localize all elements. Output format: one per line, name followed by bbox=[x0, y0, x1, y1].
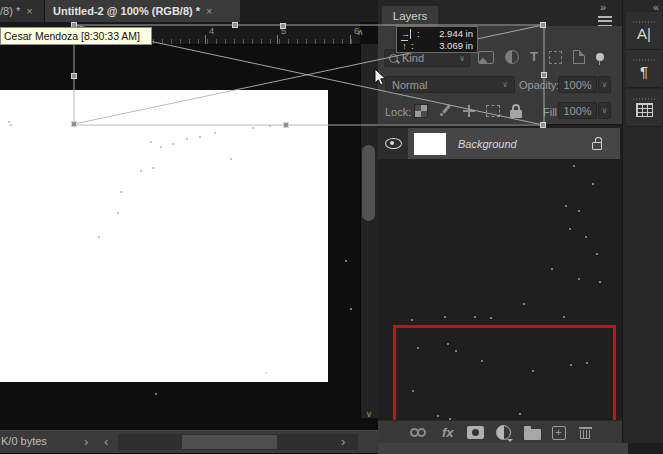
lock-artboard-icon[interactable] bbox=[486, 105, 500, 117]
noise-dot bbox=[578, 210, 580, 212]
opacity-label: Opacity: bbox=[519, 79, 559, 91]
noise-dot bbox=[160, 146, 162, 148]
paragraph-panel-icon: ¶ bbox=[640, 64, 648, 79]
document-tab-active[interactable]: Untitled-2 @ 100% (RGB/8) *× bbox=[45, 0, 240, 22]
table-panel-button[interactable] bbox=[626, 89, 662, 127]
filter-type-layers-icon[interactable]: T bbox=[530, 51, 538, 63]
scroll-right-icon[interactable]: › bbox=[341, 434, 345, 449]
ruler-major-tick bbox=[205, 35, 206, 44]
photoshop-window: /8) *× Untitled-2 @ 100% (RGB/8) *× 456 … bbox=[0, 0, 663, 454]
scroll-left-icon[interactable]: ‹ bbox=[104, 434, 108, 449]
table-panel-icon bbox=[636, 103, 653, 117]
noise-dot bbox=[455, 350, 457, 352]
horizontal-scrollbar-thumb[interactable] bbox=[182, 435, 277, 449]
filter-pixel-layers-icon[interactable] bbox=[478, 51, 494, 64]
lock-pixels-icon[interactable] bbox=[438, 104, 452, 118]
noise-dot bbox=[140, 170, 142, 172]
lock-position-icon[interactable] bbox=[462, 104, 476, 118]
noise-dot bbox=[412, 390, 414, 392]
chevron-down-icon: ∨ bbox=[602, 106, 608, 115]
noise-dot bbox=[585, 236, 587, 238]
separator: : bbox=[417, 28, 420, 39]
noise-dot bbox=[252, 127, 254, 129]
noise-dot bbox=[599, 281, 601, 283]
noise-dot bbox=[98, 236, 100, 238]
paragraph-panel-button[interactable]: ¶ bbox=[626, 50, 662, 88]
drag-grip-icon bbox=[633, 98, 655, 100]
panel-menu-icon[interactable] bbox=[598, 16, 612, 26]
fill-value: 100% bbox=[563, 105, 591, 117]
fill-scrubber[interactable]: ∨ bbox=[598, 102, 611, 119]
filter-adjustment-layers-icon[interactable] bbox=[505, 50, 519, 64]
filter-smart-objects-icon[interactable] bbox=[573, 50, 585, 64]
document-tab-partial[interactable]: /8) *× bbox=[0, 0, 45, 22]
noise-dot bbox=[230, 158, 232, 160]
vertical-scrollbar-thumb[interactable] bbox=[362, 145, 375, 221]
add-layer-mask-icon[interactable] bbox=[467, 426, 484, 439]
layer-effects-icon[interactable]: fx bbox=[442, 425, 454, 440]
fill-input[interactable]: 100% bbox=[558, 102, 597, 119]
ruler-number: 5 bbox=[281, 25, 286, 36]
noise-dot bbox=[265, 372, 267, 374]
tab-layers[interactable]: Layers bbox=[382, 6, 438, 26]
noise-dot bbox=[592, 183, 594, 185]
ruler-number: 4 bbox=[209, 25, 214, 36]
noise-dot bbox=[8, 121, 10, 123]
transform-y-row: ↑ : 3.069 in bbox=[401, 40, 473, 51]
drag-grip-icon bbox=[633, 21, 655, 23]
noise-dot bbox=[199, 136, 201, 138]
lock-transparency-icon[interactable] bbox=[414, 104, 428, 118]
noise-dot bbox=[411, 319, 413, 321]
scroll-down-icon[interactable]: ∨ bbox=[360, 407, 378, 423]
noise-dot bbox=[596, 253, 598, 255]
new-adjustment-layer-icon[interactable] bbox=[496, 425, 511, 440]
opacity-scrubber[interactable]: ∨ bbox=[598, 76, 611, 93]
lock-icon bbox=[592, 137, 604, 151]
dock-bottom-strip bbox=[628, 443, 663, 454]
tab-label: Untitled-2 @ 100% (RGB/8) * bbox=[53, 5, 200, 17]
lock-label: Lock: bbox=[385, 106, 411, 118]
noise-dot bbox=[214, 132, 216, 134]
noise-dot bbox=[523, 303, 525, 305]
layer-row-background[interactable]: Background bbox=[408, 128, 620, 159]
new-group-icon[interactable] bbox=[524, 429, 541, 440]
noise-dot bbox=[474, 316, 476, 318]
new-layer-icon[interactable]: + bbox=[552, 426, 566, 440]
noise-dot bbox=[563, 316, 565, 318]
x-position-value: 2.944 in bbox=[439, 28, 473, 39]
character-panel-button[interactable]: A| bbox=[626, 12, 662, 50]
layer-name: Background bbox=[458, 138, 517, 150]
link-layers-icon[interactable] bbox=[410, 428, 428, 438]
layers-panel-header: Layers » bbox=[378, 0, 622, 26]
ruler-caret-icon: ∧ bbox=[357, 27, 364, 37]
filter-toggle-icon[interactable] bbox=[596, 53, 604, 61]
panel-bottom-strip bbox=[378, 443, 628, 454]
noise-dot bbox=[155, 393, 157, 395]
noise-dot bbox=[551, 268, 553, 270]
close-icon[interactable]: × bbox=[26, 5, 32, 17]
collapse-panel-icon[interactable]: » bbox=[600, 1, 606, 13]
transform-x-row: → : 2.944 in bbox=[401, 28, 473, 39]
noise-dot bbox=[417, 347, 419, 349]
separator: : bbox=[411, 40, 414, 51]
delete-layer-icon[interactable] bbox=[579, 425, 592, 440]
layer-visibility-toggle[interactable] bbox=[378, 128, 408, 159]
noise-dot bbox=[345, 260, 347, 262]
noise-dot bbox=[350, 308, 352, 310]
close-icon[interactable]: × bbox=[206, 5, 212, 17]
lock-all-icon[interactable] bbox=[510, 104, 522, 118]
noise-dot bbox=[437, 415, 439, 417]
filter-kind-label: Kind bbox=[402, 52, 424, 64]
status-flyout-icon[interactable]: › bbox=[84, 434, 88, 449]
document-tab-bar: /8) *× Untitled-2 @ 100% (RGB/8) *× bbox=[0, 0, 378, 22]
layer-thumbnail[interactable] bbox=[414, 133, 446, 155]
noise-dot bbox=[573, 165, 575, 167]
document-canvas[interactable] bbox=[0, 90, 328, 382]
filter-shape-layers-icon[interactable] bbox=[549, 51, 562, 64]
opacity-input[interactable]: 100% bbox=[558, 76, 597, 93]
character-panel-icon: A| bbox=[637, 26, 651, 41]
vertical-scrollbar[interactable] bbox=[360, 44, 379, 418]
noise-dot bbox=[565, 205, 567, 207]
blend-mode-dropdown[interactable]: Normal ∨ bbox=[385, 76, 515, 93]
noise-dot bbox=[578, 278, 580, 280]
